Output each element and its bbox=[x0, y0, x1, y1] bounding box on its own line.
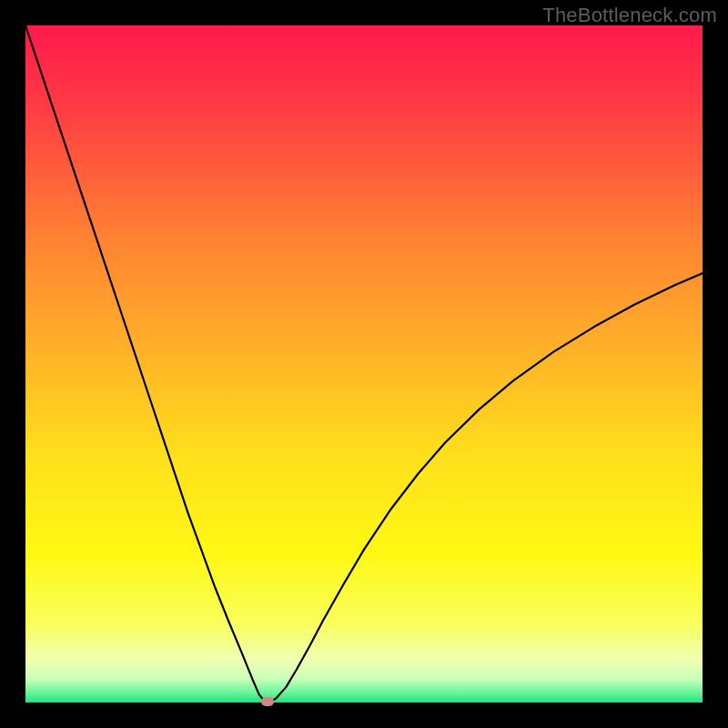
gradient-background bbox=[25, 25, 703, 703]
optimal-point-marker bbox=[261, 697, 274, 706]
bottleneck-chart bbox=[25, 25, 703, 703]
watermark-text: TheBottleneck.com bbox=[542, 4, 717, 27]
chart-frame: TheBottleneck.com bbox=[0, 0, 728, 728]
